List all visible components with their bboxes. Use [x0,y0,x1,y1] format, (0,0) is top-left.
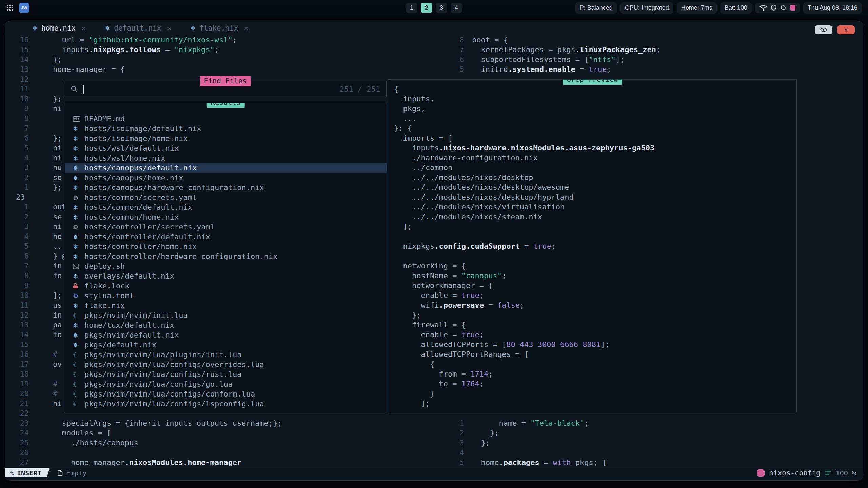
result-item[interactable]: ☾pkgs/nvim/nvim/lua/configs/rust.lua [65,369,387,379]
result-item[interactable]: ❄hosts/wsl/home.nix [65,153,387,163]
result-item[interactable]: ☾pkgs/nvim/nvim/lua/configs/conform.lua [65,389,387,399]
line-number: 3 [5,163,29,172]
line-number: 3 [5,222,29,231]
result-item[interactable]: ❄hosts/controller/default.nix [65,232,387,242]
line-number: 24 [5,429,29,437]
tab-close-icon[interactable]: × [244,24,248,33]
result-item[interactable]: ⚙hosts/common/secrets.yaml [65,192,387,202]
result-item[interactable]: ☾pkgs/nvim/nvim/lua/plugins/init.lua [65,350,387,360]
line-number: 17 [5,360,29,368]
preview-line: wifi.powersave = false; [394,300,524,310]
pencil-icon: ✎ [10,469,14,477]
preview-line: ]; [394,222,412,231]
result-item[interactable]: ❄flake.nix [65,301,387,310]
lua-icon: ☾ [73,390,84,398]
result-item[interactable]: ☾pkgs/nvim/nvim/lua/configs/lspconfig.lu… [65,399,387,409]
result-item[interactable]: ⚙hosts/controller/secrets.yaml [65,222,387,232]
result-label: hosts/wsl/home.nix [84,154,165,162]
result-label: hosts/controller/hardware-configuration.… [84,252,278,261]
line-number: 16 [5,350,29,359]
window-pin-button[interactable] [815,25,832,34]
workspace-1[interactable]: 1 [406,3,417,13]
line-number: 9 [5,281,29,290]
result-item[interactable]: ❄home/tux/default.nix [65,320,387,330]
result-label: README.md [84,115,125,123]
lua-icon: ☾ [73,400,84,408]
code-line: 6 supportedFilesystems = ["ntfs"]; [448,55,863,64]
line-number: 19 [5,380,29,388]
result-item[interactable]: ❄hosts/wsl/default.nix [65,143,387,153]
result-label: pkgs/nvim/default.nix [84,331,179,339]
workspace-switcher: 1234 [406,3,462,13]
line-number: 4 [448,448,464,457]
result-item[interactable]: ❄hosts/canopus/home.nix [65,173,387,183]
result-item[interactable]: ❄hosts/common/default.nix [65,202,387,212]
line-number: 4 [5,232,29,241]
nix-icon: ❄ [73,204,84,211]
mode-label: INSERT [17,469,41,477]
code-line: 8boot = { [448,35,863,45]
result-label: stylua.toml [84,291,134,300]
preview-line: enable = true; [394,290,484,300]
line-number: 8 [5,271,29,280]
app-launcher-icon[interactable] [6,4,14,12]
result-item[interactable]: ☾pkgs/nvim/nvim/lua/configs/overrides.lu… [65,360,387,369]
line-number: 5 [448,458,464,467]
gear-icon: ⚙ [73,194,84,201]
nix-icon: ❄ [73,341,84,349]
window-close-button[interactable]: ✕ [837,25,855,34]
result-item[interactable]: deploy.sh [65,261,387,271]
code-line: 15 inputs.nixpkgs.follows = "nixpkgs"; [5,45,392,55]
result-item[interactable]: flake.lock [65,281,387,291]
nix-icon: ❄ [73,331,84,339]
result-item[interactable]: ❄hosts/controller/home.nix [65,242,387,251]
project-name: nixos-config [769,469,821,477]
result-item[interactable]: ❄hosts/canopus/default.nix [65,163,387,173]
result-item[interactable]: ❄pkgs/nvim/default.nix [65,330,387,340]
result-label: hosts/common/default.nix [84,203,192,211]
result-item[interactable]: ☾pkgs/nvim/nvim/init.lua [65,310,387,320]
result-item[interactable]: ❄hosts/controller/hardware-configuration… [65,251,387,261]
find-files-popup[interactable]: Find Files 251 / 251 [64,81,387,97]
line-number: 5 [448,65,464,74]
result-label: home/tux/default.nix [84,321,174,329]
code-line: 25 ./hosts/canopus [5,438,392,448]
result-item[interactable]: ⚙stylua.toml [65,291,387,301]
result-item[interactable]: ❄hosts/common/home.nix [65,212,387,222]
preview-line: networkmanager = { [394,281,493,290]
preview-title: Grep Preview [563,79,622,85]
tab-close-icon[interactable]: × [167,24,171,33]
result-item[interactable]: ❄overlays/default.nix [65,271,387,281]
result-label: pkgs/nvim/nvim/lua/configs/conform.lua [84,390,255,398]
tab-label: flake.nix [200,24,238,32]
result-item[interactable]: ❄hosts/isoImage/home.nix [65,134,387,143]
preview-line: ]; [394,399,430,408]
workspace-4[interactable]: 4 [451,3,462,13]
tab-flake.nix[interactable]: ❄flake.nix× [191,24,249,33]
result-label: hosts/canopus/home.nix [84,174,183,182]
result-item[interactable]: ❄hosts/isoImage/default.nix [65,124,387,134]
result-item[interactable]: ☾pkgs/nvim/nvim/lua/configs/go.lua [65,379,387,389]
code-line: 1 name = "Tela-black"; [448,418,863,428]
code-line: 7 kernelPackages = pkgs.linuxPackages_ze… [448,45,863,55]
workspace-3[interactable]: 3 [436,3,447,13]
lua-icon: ☾ [73,381,84,388]
line-number: 4 [5,154,29,162]
result-label: hosts/controller/secrets.yaml [84,223,215,231]
preview-line: inputs, [394,94,434,104]
result-count: 251 / 251 [340,85,380,94]
tab-close-icon[interactable]: × [81,24,86,33]
tab-home.nix[interactable]: ❄home.nix× [32,24,86,33]
color-picker-icon [790,5,795,11]
workspace-2[interactable]: 2 [421,3,432,13]
taskbar-app-icon[interactable]: JW [19,3,29,13]
result-item[interactable]: README.md [65,114,387,124]
line-number: 1 [5,203,29,211]
preview-line: { [394,84,398,94]
tab-default.nix[interactable]: ❄default.nix× [105,24,171,33]
line-number: 1 [5,183,29,191]
file-icon [58,470,63,476]
result-item[interactable]: ❄hosts/canopus/hardware-configuration.ni… [65,183,387,192]
result-item[interactable]: ❄pkgs/default.nix [65,340,387,350]
latency-chip: Home: 7ms [677,2,717,14]
